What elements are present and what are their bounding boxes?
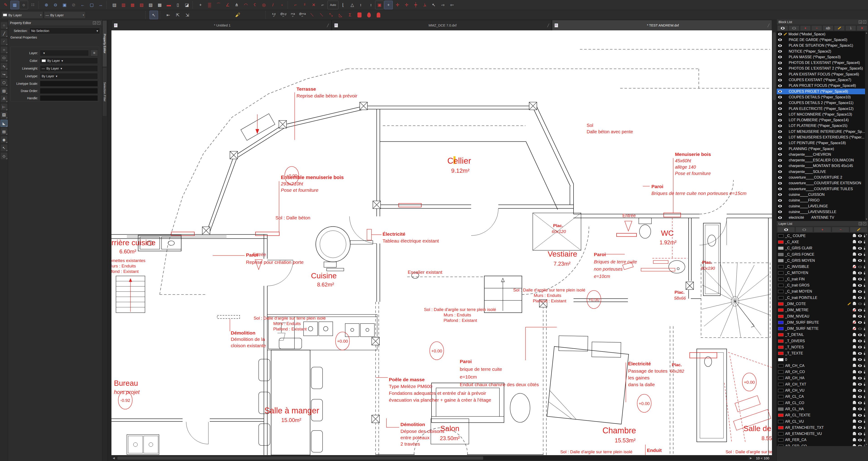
eye-icon[interactable] bbox=[778, 45, 782, 47]
layer-remove-button[interactable]: − bbox=[832, 227, 849, 232]
eye-icon[interactable] bbox=[858, 334, 862, 336]
coord-polar-button[interactable]: r<a⌐ bbox=[288, 11, 297, 19]
modify-corner1-button[interactable]: ² bbox=[300, 1, 309, 9]
layer-add-button[interactable]: + bbox=[814, 227, 831, 232]
layer-list-item[interactable]: _T_DIVERS bbox=[777, 338, 868, 344]
eye-icon[interactable] bbox=[858, 377, 862, 379]
block-list-item[interactable]: couverture____COUVERTURE 2 bbox=[777, 174, 868, 180]
eye-icon[interactable] bbox=[778, 33, 782, 35]
layer-list-item[interactable]: _DIM_SURF BRUTE bbox=[777, 319, 868, 325]
block-list-item[interactable]: COUPES DETAILS (*Paper_Space10) bbox=[777, 94, 868, 100]
print-icon[interactable] bbox=[853, 371, 856, 373]
block-list-item[interactable]: couverture____COUVERTURE EXTENSION bbox=[777, 180, 868, 186]
property-combo[interactable]: ▾ bbox=[40, 50, 89, 56]
eye-icon[interactable] bbox=[858, 439, 862, 441]
eye-icon[interactable] bbox=[778, 176, 782, 179]
layer-list-item[interactable]: _DIM_NIVEAU bbox=[777, 313, 868, 319]
eye-icon[interactable] bbox=[778, 125, 782, 127]
trim-tool-button[interactable]: ⋔ bbox=[232, 1, 241, 9]
selection-combo[interactable]: No Selection ▾ bbox=[29, 28, 100, 34]
print-icon[interactable] bbox=[853, 414, 856, 416]
no-print-icon[interactable] bbox=[853, 321, 856, 324]
print-icon[interactable] bbox=[853, 352, 856, 355]
image-tool[interactable]: 🖼 bbox=[0, 112, 8, 119]
grid-toggle[interactable]: ∷ bbox=[29, 1, 37, 9]
eye-icon[interactable] bbox=[858, 365, 862, 367]
snap-free-button[interactable]: ✛ bbox=[393, 1, 402, 9]
zoom-selection-button[interactable]: ▢ bbox=[87, 1, 96, 9]
block-list-item[interactable]: PHOTOS DE L'EXISTANT 2 (*Paper_Space5) bbox=[777, 66, 868, 71]
eye-off-icon[interactable] bbox=[858, 327, 862, 330]
document-tab[interactable]: * TEST ANDREW.dxf╱ bbox=[552, 20, 772, 30]
eye-icon[interactable] bbox=[858, 241, 862, 243]
print-icon[interactable] bbox=[853, 290, 856, 293]
print-icon[interactable] bbox=[853, 433, 856, 435]
block-edit-button[interactable]: ▦ bbox=[128, 1, 137, 9]
block-add-button[interactable]: + bbox=[800, 25, 811, 31]
block-select-button[interactable]: ▯ bbox=[174, 1, 182, 9]
color-bylayer-combo[interactable]: By Layer▾ bbox=[1, 11, 43, 19]
layer-list-item[interactable]: _C_trait FIN bbox=[777, 276, 868, 282]
eye-icon[interactable] bbox=[858, 315, 862, 318]
eye-icon[interactable] bbox=[858, 290, 862, 293]
eye-icon[interactable] bbox=[778, 85, 782, 87]
layer-list-item[interactable]: AR_CH_VU bbox=[777, 387, 868, 394]
line-tool[interactable]: ╱ bbox=[0, 30, 8, 37]
property-input[interactable] bbox=[40, 81, 98, 87]
block-list-item[interactable]: Model (*Model_Space) bbox=[777, 31, 868, 37]
snap-center-tool-button[interactable]: ◎ bbox=[259, 1, 268, 9]
zoom-out-button[interactable]: ⊖ bbox=[51, 1, 60, 9]
document-tab[interactable]: MMZ_DCE 7.0.dxf╱ bbox=[332, 20, 552, 30]
select-pointer-button[interactable]: ↖ bbox=[150, 11, 158, 19]
block-list-item[interactable]: PHOTOS DE L'EXISTANT (*Paper_Space4) bbox=[777, 60, 868, 65]
layer-list-item[interactable]: _C_AXE bbox=[777, 239, 868, 245]
block-rename-button[interactable]: a|b bbox=[823, 25, 833, 31]
layer-list-item[interactable]: _C_trait POINTILLE bbox=[777, 295, 868, 301]
layer-list-item[interactable]: _T_TEXTE bbox=[777, 350, 868, 356]
print-icon[interactable] bbox=[853, 247, 856, 250]
eye-icon[interactable] bbox=[778, 56, 782, 58]
arc-angle-button[interactable]: ◺ bbox=[336, 11, 345, 19]
eye-icon[interactable] bbox=[778, 153, 782, 156]
key1-button[interactable]: ⌐o bbox=[438, 1, 447, 9]
restrict-vertical-button[interactable]: ⇱ bbox=[174, 11, 182, 19]
layer-list-item[interactable]: _C_GRIS FONCE bbox=[777, 251, 868, 257]
property-painter-button[interactable]: 🖌 bbox=[233, 11, 242, 19]
block-list-item[interactable]: LOT MENUISERIES EXTERIEURES (*Paper... bbox=[777, 135, 868, 140]
eye-icon[interactable] bbox=[858, 321, 862, 324]
eye-icon[interactable] bbox=[858, 383, 862, 385]
print-icon[interactable] bbox=[853, 390, 856, 392]
eye-icon[interactable] bbox=[778, 79, 782, 81]
block-list-item[interactable]: COUPES PROJET (*Paper_Space9) bbox=[777, 89, 868, 94]
block-list-item[interactable]: LOT PLATRERIE (*Paper_Space15) bbox=[777, 123, 868, 129]
angle-snap-button[interactable]: △ bbox=[348, 1, 356, 9]
eye-icon[interactable] bbox=[778, 96, 782, 98]
print-icon[interactable] bbox=[853, 284, 856, 287]
spline-tool[interactable]: ∿ bbox=[0, 62, 8, 70]
hatch-grid-button[interactable]: ▒ bbox=[205, 1, 214, 9]
layout-button[interactable]: ◪ bbox=[183, 1, 191, 9]
layer-list-item[interactable]: AR_CH_HA bbox=[777, 375, 868, 381]
intersect-button[interactable]: ✕ bbox=[309, 1, 318, 9]
zoom-previous-button[interactable]: ← bbox=[79, 1, 87, 9]
tangent-tool-button[interactable]: ʕ bbox=[250, 1, 259, 9]
block-list-item[interactable]: LOT MACONNERIE (*Paper_Space13) bbox=[777, 112, 868, 117]
layer-list-item[interactable]: _C_INVISIBLE bbox=[777, 264, 868, 270]
no-print-icon[interactable] bbox=[853, 309, 856, 311]
snap-grid-button[interactable]: ✛ bbox=[402, 1, 411, 9]
coord-absolute-button[interactable]: x,y⌐ bbox=[270, 11, 278, 19]
eye-icon[interactable] bbox=[778, 130, 782, 133]
eye-icon[interactable] bbox=[778, 165, 782, 167]
block-list-item[interactable]: PLANNING (*Paper_Space) bbox=[777, 146, 868, 152]
block-insert-button[interactable]: ▨ bbox=[146, 1, 155, 9]
eye-icon[interactable] bbox=[858, 272, 862, 274]
layer-list-item[interactable]: 0 bbox=[777, 356, 868, 363]
layer-list-item[interactable]: AR_FER_CO bbox=[777, 443, 868, 446]
vertical-scrollbar[interactable] bbox=[772, 30, 777, 455]
block-remove-button[interactable]: − bbox=[811, 25, 822, 31]
print-icon[interactable] bbox=[853, 365, 856, 367]
property-input[interactable] bbox=[40, 88, 98, 94]
segment-2p-button[interactable]: ⤡ bbox=[327, 11, 335, 19]
restrict-angle-button[interactable]: ⇲ bbox=[183, 11, 192, 19]
print-icon[interactable] bbox=[853, 340, 856, 342]
